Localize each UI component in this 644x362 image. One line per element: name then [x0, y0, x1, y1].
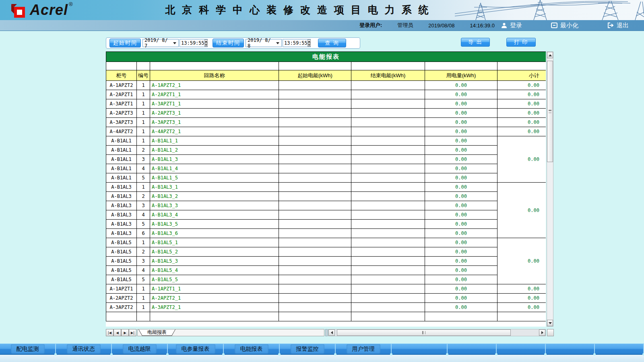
scroll-right-button[interactable]: [539, 329, 545, 336]
horizontal-scrollbar[interactable]: [328, 329, 546, 336]
spin-down-icon[interactable]: [204, 43, 208, 47]
vertical-scroll-thumb[interactable]: [547, 61, 553, 162]
cell-circuit-name: A-2APZT2_1: [150, 294, 279, 303]
bottom-nav: 配电监测通讯状态电流越限电参量报表电能报表报警监控用户管理: [0, 343, 644, 355]
bottom-nav-item[interactable]: 报警监控: [280, 344, 336, 354]
chevron-down-icon[interactable]: [173, 42, 176, 44]
report-title-row: 电能报表: [106, 52, 546, 62]
sheet-tab[interactable]: 电能报表: [138, 329, 175, 336]
bottom-nav-item[interactable]: 电能报表: [224, 344, 280, 354]
sheet-nav-buttons: |◀◀▶▶|: [106, 329, 136, 336]
cell-end-energy: [351, 257, 425, 266]
minimize-button[interactable]: 最小化: [551, 22, 578, 29]
spin-up-icon[interactable]: [204, 39, 208, 43]
spin-down-icon[interactable]: [308, 43, 311, 47]
cell-circuit-name: A-B1AL5_5: [150, 275, 279, 284]
bottom-nav-item-label[interactable]: 配电监测: [11, 344, 45, 354]
cell-start-energy: [279, 303, 351, 312]
query-button[interactable]: 查 询: [318, 39, 346, 47]
login-button[interactable]: 登录: [501, 22, 522, 29]
bottom-nav-item-label[interactable]: 电流越限: [123, 344, 157, 354]
cell-cabinet: A-B1AL5: [106, 238, 137, 247]
bottom-nav-item-label[interactable]: 用户管理: [347, 344, 380, 354]
cell-usage: 0.00: [425, 201, 497, 210]
sheet-last-button[interactable]: ▶|: [129, 329, 136, 336]
tab-splitter-handle[interactable]: [325, 329, 328, 336]
cell-number: 4: [137, 266, 150, 275]
start-date-select[interactable]: 2019/ 8/ 7: [142, 39, 179, 47]
print-button[interactable]: 打 印: [506, 38, 536, 47]
cell-number: 5: [137, 173, 150, 183]
cell-number: 3: [137, 155, 150, 164]
table-row: A-2APZT11A-2APZT1_10.000.00: [106, 90, 546, 99]
cell-number: 1: [137, 109, 150, 118]
cell-start-energy: [279, 90, 351, 99]
table-row: A-3APZT31A-3APZT3_10.000.00: [106, 118, 546, 127]
cell-number: 1: [137, 90, 150, 99]
cell-subtotal: 0.00: [497, 183, 546, 238]
export-button[interactable]: 导 出: [461, 38, 490, 47]
start-time-value: 13:59:55: [181, 40, 204, 46]
bottom-nav-item-label[interactable]: 电能报表: [235, 344, 268, 354]
cell-circuit-name: A-3APZT2_1: [150, 303, 279, 312]
user-icon: [501, 23, 507, 29]
chevron-down-icon[interactable]: [276, 42, 279, 44]
cell-circuit-name: A-B1AL3_3: [150, 201, 279, 210]
end-time-input[interactable]: 13:59:55: [283, 39, 311, 47]
horizontal-scroll-thumb[interactable]: [337, 329, 511, 336]
cell-cabinet: A-B1AL1: [106, 164, 137, 173]
cell-start-energy: [279, 81, 351, 90]
bottom-nav-item-label[interactable]: 电参量报表: [176, 344, 215, 354]
bottom-nav-item[interactable]: 通讯状态: [56, 344, 112, 354]
cell-circuit-name: A-B1AL3_2: [150, 192, 279, 201]
cell-circuit-name: A-B1AL1_2: [150, 146, 279, 155]
start-time-input[interactable]: 13:59:55: [180, 39, 208, 47]
end-time-label-button[interactable]: 结束时间: [213, 39, 244, 47]
scroll-left-button[interactable]: [328, 329, 335, 336]
cell-start-energy: [279, 275, 351, 284]
sheet-next-button[interactable]: ▶: [121, 329, 129, 336]
table-row: A-B1AL13A-B1AL1_30.00: [106, 155, 546, 164]
bottom-nav-item[interactable]: 配电监测: [0, 344, 56, 354]
cell-end-energy: [351, 90, 425, 99]
start-time-spinner: [204, 39, 208, 47]
bottom-nav-item-label[interactable]: 报警监控: [291, 344, 324, 354]
cell-usage: 0.00: [425, 294, 497, 303]
scroll-down-button[interactable]: [547, 320, 553, 326]
cell-usage: 0.00: [425, 275, 497, 284]
start-time-label-button[interactable]: 起始时间: [109, 39, 141, 47]
report-table: 电能报表 柜号编号回路名称起始电能(kWh)结束电能(kWh)用电量(kWh)小…: [106, 51, 546, 321]
login-button-label: 登录: [510, 22, 522, 29]
table-row: A-B1AL55A-B1AL5_50.00: [106, 275, 546, 284]
minimize-button-label: 最小化: [560, 22, 578, 29]
cell-usage: 0.00: [425, 173, 497, 183]
scroll-up-button[interactable]: [547, 52, 553, 58]
cell-cabinet: A-B1AL3: [106, 201, 137, 210]
spin-up-icon[interactable]: [308, 39, 311, 43]
cell-number: 6: [137, 229, 150, 238]
cell-circuit-name: A-2APZT1_1: [150, 90, 279, 99]
end-time-value: 13:59:55: [284, 40, 308, 46]
cell-usage: 0.00: [425, 266, 497, 275]
cell-circuit-name: A-B1AL1_5: [150, 173, 279, 183]
bottom-nav-item[interactable]: 电流越限: [112, 344, 168, 354]
login-user-label: 登录用户:: [359, 22, 382, 29]
cell-subtotal: 0.00: [497, 127, 546, 136]
end-date-select[interactable]: 2019/ 8/ 8: [246, 39, 282, 47]
bottom-nav-item[interactable]: 用户管理: [336, 344, 392, 354]
vertical-scrollbar[interactable]: [547, 51, 553, 327]
table-row: A-B1AL11A-B1AL1_10.000.00: [106, 136, 546, 146]
bottom-nav-item[interactable]: 电参量报表: [168, 344, 224, 354]
bottom-nav-item-label[interactable]: 通讯状态: [67, 344, 101, 354]
table-row: A-B1AL52A-B1AL5_20.00: [106, 247, 546, 257]
sheet-first-button[interactable]: |◀: [106, 329, 114, 336]
horizontal-scroll-track[interactable]: [335, 329, 539, 336]
cell-usage: 0.00: [425, 238, 497, 247]
sheet-prev-button[interactable]: ◀: [114, 329, 121, 336]
vertical-scroll-track[interactable]: [547, 58, 553, 320]
spacer-cell: [425, 62, 497, 70]
cell-cabinet: A-B1AL1: [106, 155, 137, 164]
cell-number: 2: [137, 247, 150, 257]
exit-button[interactable]: 退出: [607, 22, 629, 29]
cell-circuit-name: A-B1AL1_1: [150, 136, 279, 146]
